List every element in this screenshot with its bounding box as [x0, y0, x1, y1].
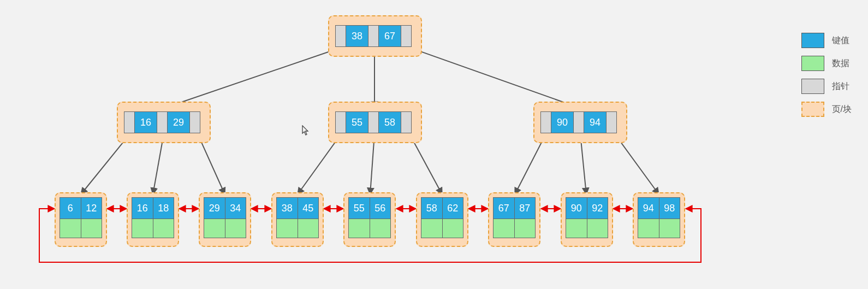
- key-cell: 58: [421, 197, 443, 219]
- data-cell: [81, 219, 103, 238]
- leaf-node: 9498: [638, 197, 680, 238]
- cursor-icon: [302, 125, 310, 136]
- pointer-cell: [124, 111, 135, 133]
- pointer-cell: [157, 111, 168, 133]
- data-cell: [153, 219, 175, 238]
- data-cell: [587, 219, 609, 238]
- key-cell: 18: [153, 197, 175, 219]
- data-cell: [204, 219, 225, 238]
- leaf-node: 612: [60, 197, 102, 238]
- legend-row-pointer: 指针: [801, 79, 852, 94]
- key-cell: 87: [514, 197, 536, 219]
- key-cell: 58: [378, 111, 401, 133]
- key-cell: 62: [442, 197, 464, 219]
- key-cell: 55: [346, 111, 368, 133]
- internal-node: 16 29: [124, 111, 200, 133]
- key-cell: 98: [659, 197, 681, 219]
- svg-line-2: [409, 48, 580, 108]
- leaf-node: 2934: [204, 197, 246, 238]
- data-cell: [60, 219, 81, 238]
- leaf-node: 5862: [421, 197, 463, 238]
- legend-label: 数据: [832, 58, 849, 69]
- internal-node: 90 94: [540, 111, 617, 133]
- key-cell: 12: [81, 197, 103, 219]
- data-cell: [566, 219, 587, 238]
- internal-node: 55 58: [335, 111, 412, 133]
- pointer-cell: [401, 111, 412, 133]
- data-cell: [659, 219, 681, 238]
- root-node: 38 67: [335, 25, 412, 47]
- key-cell: 90: [566, 197, 587, 219]
- key-cell: 94: [638, 197, 659, 219]
- data-cell: [421, 219, 443, 238]
- key-cell: 34: [225, 197, 247, 219]
- key-cell: 38: [276, 197, 298, 219]
- key-cell: 6: [60, 197, 81, 219]
- data-cell: [348, 219, 370, 238]
- pointer-cell: [606, 111, 617, 133]
- legend-label: 页/块: [832, 104, 852, 115]
- key-cell: 45: [298, 197, 319, 219]
- data-cell: [298, 219, 319, 238]
- data-cell: [225, 219, 247, 238]
- pointer-cell: [573, 111, 584, 133]
- key-cell: 67: [378, 25, 401, 47]
- data-cell: [514, 219, 536, 238]
- legend-row-key: 键值: [801, 33, 852, 48]
- legend-swatch-key: [801, 33, 824, 48]
- legend: 键值 数据 指针 页/块: [801, 33, 852, 125]
- legend-row-page: 页/块: [801, 102, 852, 117]
- key-cell: 29: [204, 197, 225, 219]
- pointer-cell: [335, 111, 346, 133]
- leaf-node: 6787: [493, 197, 536, 238]
- key-cell: 92: [587, 197, 609, 219]
- leaf-node: 3845: [276, 197, 319, 238]
- key-cell: 67: [493, 197, 515, 219]
- data-cell: [370, 219, 391, 238]
- svg-line-0: [164, 48, 341, 108]
- legend-swatch-page: [801, 102, 824, 117]
- pointer-cell: [401, 25, 412, 47]
- pointer-cell: [368, 111, 379, 133]
- leaf-node: 5556: [348, 197, 391, 238]
- legend-label: 键值: [832, 35, 849, 46]
- key-cell: 94: [584, 111, 607, 133]
- key-cell: 90: [551, 111, 574, 133]
- data-cell: [442, 219, 464, 238]
- pointer-cell: [368, 25, 379, 47]
- key-cell: 38: [346, 25, 368, 47]
- legend-label: 指针: [832, 81, 849, 92]
- diagram-stage: { "chart_data": { "type": "tree", "title…: [0, 0, 868, 289]
- pointer-cell: [335, 25, 346, 47]
- legend-swatch-data: [801, 56, 824, 71]
- key-cell: 55: [348, 197, 370, 219]
- data-cell: [638, 219, 659, 238]
- legend-row-data: 数据: [801, 56, 852, 71]
- pointer-cell: [540, 111, 551, 133]
- key-cell: 16: [132, 197, 153, 219]
- pointer-cell: [189, 111, 200, 133]
- data-cell: [132, 219, 153, 238]
- data-cell: [493, 219, 515, 238]
- leaf-node: 1618: [132, 197, 174, 238]
- leaf-node: 9092: [566, 197, 608, 238]
- legend-swatch-pointer: [801, 79, 824, 94]
- key-cell: 29: [167, 111, 190, 133]
- key-cell: 16: [134, 111, 157, 133]
- data-cell: [276, 219, 298, 238]
- key-cell: 56: [370, 197, 391, 219]
